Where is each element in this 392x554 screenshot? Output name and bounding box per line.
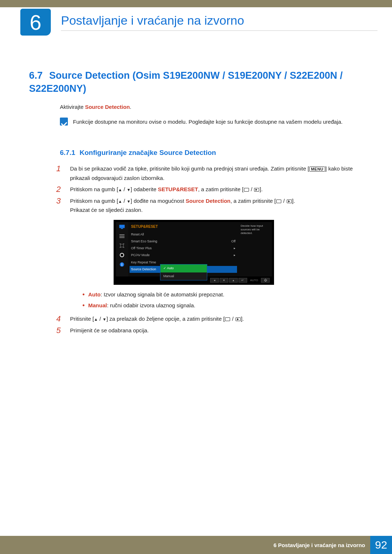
osd-menu: SETUP&RESET Reset All Smart Eco SavingOf…: [128, 222, 238, 276]
note-icon: [60, 118, 68, 126]
footer-text: 6 Postavljanje i vraćanje na izvorno: [273, 542, 365, 548]
step3-after: Prikazat će se sljedeći zaslon.: [70, 205, 367, 215]
svg-rect-0: [119, 225, 124, 228]
step2-post: , a zatim pritisnite [: [198, 186, 244, 192]
top-accent-bar: [0, 0, 392, 7]
list-icon: [119, 234, 125, 239]
section-number: 6.7: [29, 70, 43, 81]
chapter-number-badge: 6: [20, 9, 51, 36]
step-body: Primijenit će se odabrana opcija.: [70, 326, 367, 335]
bullet-manual: Manual: ručni odabir izvora ulaznog sign…: [82, 301, 367, 310]
step-body: Pritisnite [ / ] za prelazak do željene …: [70, 314, 367, 324]
bullet-auto-text: : Izvor ulaznog signala bit će automatsk…: [101, 291, 224, 297]
step4-mid: ] za prelazak do željene opcije, a zatim…: [106, 316, 225, 322]
rect-play-icon: [236, 317, 241, 321]
rect-icon: [276, 200, 281, 203]
step2-mid: ] odaberite: [131, 186, 158, 192]
step3-end: ].: [292, 198, 295, 204]
step4-pre: Pritisnite [: [70, 316, 94, 322]
step-number: 1: [56, 164, 64, 182]
rect-icon: [225, 317, 230, 321]
svg-text:i: i: [122, 263, 123, 267]
step2-end: ].: [260, 186, 262, 192]
step2-highlight: SETUP&RESET: [158, 186, 198, 192]
step-5: 5 Primijenit će se odabrana opcija.: [56, 326, 367, 335]
step3-mid: ] dođite na mogućnost: [131, 198, 186, 204]
step2-pre: Pritiskom na gumb [: [70, 186, 118, 192]
bullet-auto: Auto: Izvor ulaznog signala bit će autom…: [82, 290, 367, 299]
steps-list: 1 Da bi se prikazao vodič za tipke, prit…: [56, 164, 367, 337]
footer-bar: 6 Postavljanje i vraćanje na izvorno 92: [0, 536, 392, 554]
step4-end: ].: [241, 316, 244, 322]
step3-post: , a zatim pritisnite [: [230, 198, 276, 204]
note-block: Funkcije dostupne na monitoru ovise o mo…: [60, 118, 363, 126]
osd-row: Reset All: [131, 231, 236, 238]
subsection-title: Konfiguriranje značajke Source Detection: [79, 149, 216, 156]
osd-side-icons: i: [116, 222, 128, 276]
step-3: 3 Pritiskom na gumb [ / ] dođite na mogu…: [56, 196, 367, 312]
section-title: Source Detection (Osim S19E200NW / S19E2…: [29, 70, 343, 94]
osd-help-panel: Decide how input sources will be detecte…: [238, 222, 272, 276]
svg-rect-3: [119, 236, 124, 237]
step-2: 2 Pritiskom na gumb [ / ] odaberite SETU…: [56, 185, 367, 194]
option-bullets: Auto: Izvor ulaznog signala bit će autom…: [82, 290, 367, 310]
osd-row: Smart Eco SavingOff: [131, 238, 236, 245]
osd-nav-enter-icon: ↵: [238, 278, 247, 283]
svg-rect-2: [119, 234, 124, 235]
section-heading: 6.7Source Detection (Osim S19E200NW / S1…: [29, 69, 370, 95]
osd-power-icon: ⏻: [261, 278, 270, 283]
svg-rect-1: [121, 228, 123, 229]
intro-highlight: Source Detection: [85, 104, 130, 110]
gear-icon: [119, 253, 125, 258]
osd-auto-label: AUTO: [250, 278, 258, 283]
osd-title: SETUP&RESET: [131, 223, 236, 230]
down-arrow-icon: [127, 198, 131, 204]
step-number: 4: [56, 314, 64, 324]
step3-pre: Pritiskom na gumb [: [70, 198, 118, 204]
menu-button-label: MENU: [309, 167, 325, 172]
step-number: 3: [56, 196, 64, 312]
down-arrow-icon: [102, 316, 106, 322]
bullet-manual-text: : ručni odabir izvora ulaznog signala.: [107, 302, 195, 308]
monitor-icon: [119, 224, 125, 229]
step-body: Da bi se prikazao vodič za tipke, pritis…: [70, 164, 367, 182]
subsection-number: 6.7.1: [60, 149, 75, 156]
rect-play-icon: [287, 200, 292, 203]
step1-line1: Da bi se prikazao vodič za tipke, pritis…: [70, 165, 306, 172]
up-arrow-icon: [94, 316, 98, 322]
bullet-manual-label: Manual: [88, 302, 107, 308]
osd-submenu: Auto Manual: [160, 264, 207, 280]
rect-icon: [244, 188, 249, 192]
svg-rect-4: [119, 237, 124, 238]
intro-prefix: Aktivirajte: [60, 104, 85, 110]
osd-screenshot: i SETUP&RESET Reset All Smart Eco Saving…: [114, 220, 274, 285]
info-icon: i: [119, 262, 125, 267]
step-number: 2: [56, 185, 64, 194]
bullet-auto-label: Auto: [88, 291, 101, 297]
chapter-title: Postavljanje i vraćanje na izvorno: [61, 13, 377, 31]
chapter-header: 6 Postavljanje i vraćanje na izvorno: [20, 9, 377, 36]
svg-point-7: [121, 254, 123, 256]
intro-suffix: .: [130, 104, 131, 110]
up-arrow-icon: [118, 198, 122, 204]
osd-nav-left-icon: ◂: [210, 278, 219, 283]
note-text: Funkcije dostupne na monitoru ovise o mo…: [73, 118, 343, 126]
subsection-heading: 6.7.1Konfiguriranje značajke Source Dete…: [60, 149, 216, 157]
step-body: Pritiskom na gumb [ / ] dođite na mogućn…: [70, 196, 367, 312]
osd-nav-down-icon: ▾: [220, 278, 228, 283]
step-4: 4 Pritisnite [ / ] za prelazak do željen…: [56, 314, 367, 324]
svg-rect-5: [121, 244, 123, 247]
page-number: 92: [370, 536, 392, 554]
osd-submenu-item: Manual: [160, 272, 207, 280]
intro-text: Aktivirajte Source Detection.: [60, 104, 131, 110]
osd-nav-up-icon: ▴: [229, 278, 238, 283]
osd-row: Off Timer Plus▸: [131, 245, 236, 252]
step3-highlight: Source Detection: [186, 198, 230, 204]
osd-submenu-item-selected: Auto: [160, 264, 207, 272]
up-arrow-icon: [118, 186, 122, 192]
step-body: Pritiskom na gumb [ / ] odaberite SETUP&…: [70, 185, 367, 194]
step-number: 5: [56, 326, 64, 335]
resize-icon: [119, 243, 125, 248]
down-arrow-icon: [127, 186, 131, 192]
osd-row: PC/AV Mode▸: [131, 252, 236, 259]
